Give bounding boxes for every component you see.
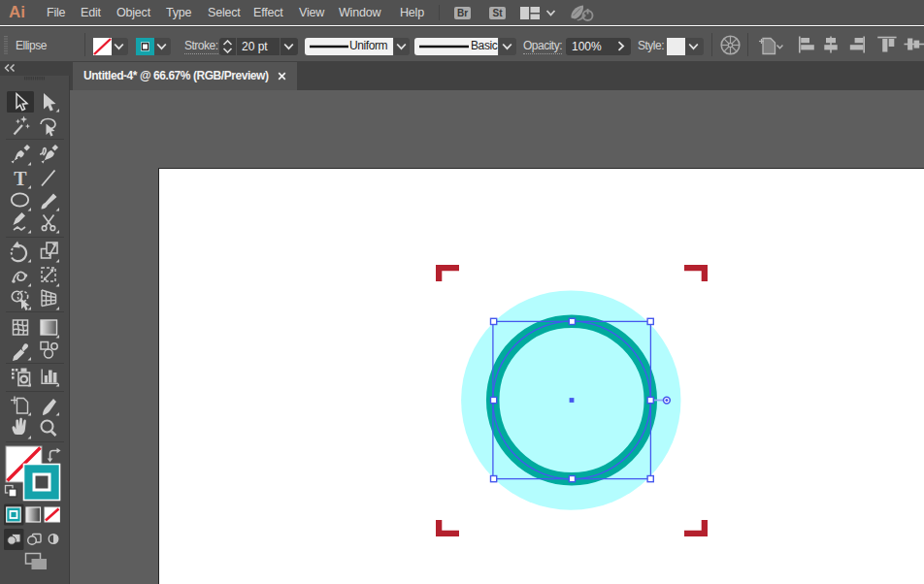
svg-text:T: T xyxy=(14,168,27,189)
